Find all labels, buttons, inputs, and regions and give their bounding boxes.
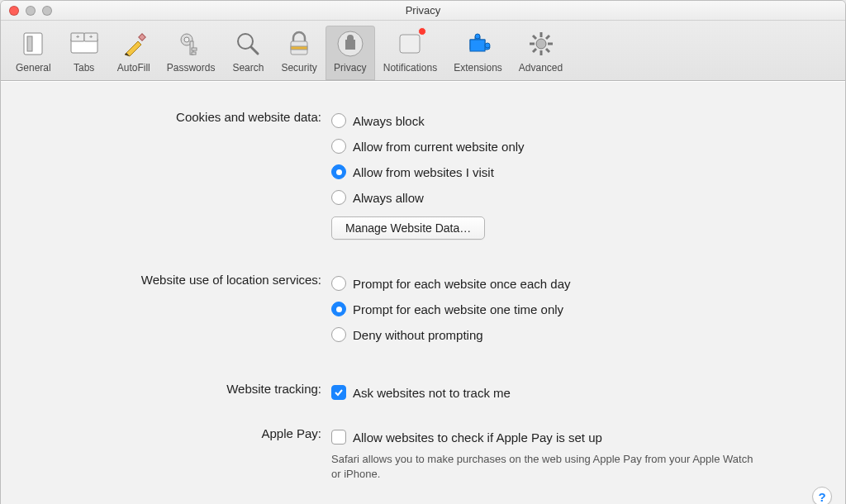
tab-label: Security xyxy=(281,62,316,74)
tracking-label: Website tracking: xyxy=(34,378,331,396)
cookies-option-always-block[interactable]: Always block xyxy=(331,109,812,132)
close-window-button[interactable] xyxy=(9,6,19,16)
tabs-icon: + + xyxy=(69,29,99,59)
tab-label: Privacy xyxy=(334,62,366,74)
radio-icon xyxy=(331,164,346,179)
svg-rect-0 xyxy=(24,33,42,55)
svg-point-22 xyxy=(485,43,490,48)
tracking-do-not-track-checkbox[interactable]: Ask websites not to track me xyxy=(331,381,812,404)
option-label: Allow from current website only xyxy=(353,140,525,154)
help-button[interactable]: ? xyxy=(812,487,832,504)
preferences-window: Privacy General + + Tabs xyxy=(0,0,846,504)
location-label: Website use of location services: xyxy=(34,269,331,287)
zoom-window-button[interactable] xyxy=(42,6,52,16)
svg-text:+: + xyxy=(88,33,93,40)
tab-security[interactable]: Security xyxy=(273,26,325,80)
autofill-icon xyxy=(119,29,149,59)
cookies-option-always-allow[interactable]: Always allow xyxy=(331,186,812,209)
radio-icon xyxy=(331,327,346,342)
manage-website-data-button[interactable]: Manage Website Data… xyxy=(331,216,485,240)
svg-rect-16 xyxy=(291,46,307,50)
tab-label: AutoFill xyxy=(117,62,150,74)
option-label: Always block xyxy=(353,114,425,128)
tab-notifications[interactable]: Notifications xyxy=(375,26,445,80)
preferences-toolbar: General + + Tabs xyxy=(1,21,845,81)
option-label: Prompt for each website once each day xyxy=(353,277,570,291)
security-icon xyxy=(284,29,314,59)
row-cookies: Cookies and website data: Always block A… xyxy=(34,107,812,240)
general-icon xyxy=(18,29,48,59)
svg-rect-12 xyxy=(192,52,196,55)
notifications-icon xyxy=(395,29,425,59)
passwords-icon xyxy=(176,29,206,59)
tab-label: Advanced xyxy=(519,62,563,74)
svg-line-14 xyxy=(251,47,258,54)
tab-privacy[interactable]: Privacy xyxy=(326,26,375,80)
location-option-one-time-only[interactable]: Prompt for each website one time only xyxy=(331,297,812,321)
tab-autofill[interactable]: AutoFill xyxy=(109,26,159,80)
apple-pay-description: Safari allows you to make purchases on t… xyxy=(331,452,761,482)
option-label: Deny without prompting xyxy=(353,328,483,342)
preferences-body: Cookies and website data: Always block A… xyxy=(1,81,845,504)
svg-point-9 xyxy=(184,37,189,42)
row-tracking: Website tracking: Ask websites not to tr… xyxy=(34,378,812,407)
svg-rect-19 xyxy=(400,35,420,53)
svg-line-28 xyxy=(533,36,536,39)
option-label: Prompt for each website one time only xyxy=(353,302,563,316)
tab-label: Tabs xyxy=(74,62,94,74)
tab-passwords[interactable]: Passwords xyxy=(159,26,224,80)
minimize-window-button[interactable] xyxy=(26,6,36,16)
svg-rect-20 xyxy=(470,40,485,51)
tab-label: Extensions xyxy=(454,62,502,74)
tab-extensions[interactable]: Extensions xyxy=(445,26,511,80)
tab-general[interactable]: General xyxy=(7,26,59,80)
checkbox-label: Ask websites not to track me xyxy=(353,386,511,400)
location-option-deny[interactable]: Deny without prompting xyxy=(331,323,812,346)
row-location: Website use of location services: Prompt… xyxy=(34,269,812,349)
svg-text:+: + xyxy=(75,33,79,40)
radio-icon xyxy=(331,139,346,154)
svg-rect-1 xyxy=(27,36,32,51)
tab-search[interactable]: Search xyxy=(223,26,273,80)
location-option-once-each-day[interactable]: Prompt for each website once each day xyxy=(331,272,812,295)
svg-line-31 xyxy=(533,49,536,52)
svg-point-21 xyxy=(475,34,480,39)
radio-icon xyxy=(331,190,346,205)
svg-rect-7 xyxy=(138,34,145,40)
tab-label: General xyxy=(16,62,51,74)
svg-rect-11 xyxy=(192,48,197,50)
titlebar: Privacy xyxy=(1,1,845,21)
notification-badge-icon xyxy=(418,27,426,36)
apple-pay-label: Apple Pay: xyxy=(34,423,331,440)
checkbox-label: Allow websites to check if Apple Pay is … xyxy=(353,430,602,445)
tab-label: Search xyxy=(232,62,264,74)
tab-label: Notifications xyxy=(383,62,437,74)
cookies-option-current-website-only[interactable]: Allow from current website only xyxy=(331,135,812,158)
svg-line-30 xyxy=(546,36,549,39)
row-apple-pay: Apple Pay: Allow websites to check if Ap… xyxy=(34,423,812,482)
cookies-label: Cookies and website data: xyxy=(34,107,331,124)
radio-icon xyxy=(331,113,346,128)
search-icon xyxy=(233,29,263,59)
extensions-icon xyxy=(463,29,492,59)
option-label: Allow from websites I visit xyxy=(353,165,494,179)
svg-point-23 xyxy=(536,39,546,49)
radio-icon xyxy=(331,302,346,316)
radio-icon xyxy=(331,276,346,291)
checkbox-icon xyxy=(331,430,346,445)
privacy-icon xyxy=(335,29,365,59)
checkbox-icon xyxy=(331,385,346,400)
advanced-icon xyxy=(526,29,556,59)
svg-line-29 xyxy=(546,49,549,52)
tab-advanced[interactable]: Advanced xyxy=(511,26,571,80)
option-label: Always allow xyxy=(353,191,424,205)
tab-tabs[interactable]: + + Tabs xyxy=(59,26,109,80)
cookies-option-websites-i-visit[interactable]: Allow from websites I visit xyxy=(331,160,812,183)
apple-pay-checkbox[interactable]: Allow websites to check if Apple Pay is … xyxy=(331,426,812,449)
window-controls xyxy=(9,6,52,16)
tab-label: Passwords xyxy=(167,62,216,74)
window-title: Privacy xyxy=(406,4,441,17)
